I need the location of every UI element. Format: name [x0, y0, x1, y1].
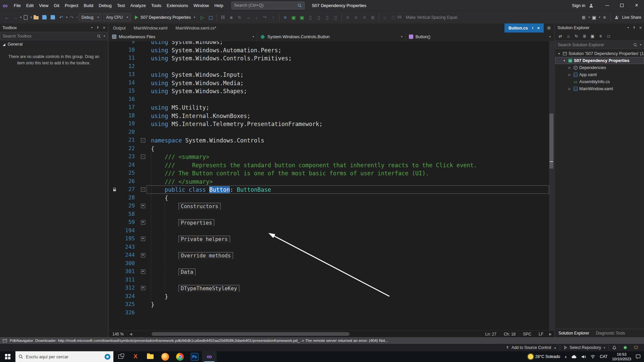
undo-icon[interactable]: ↶: [57, 13, 65, 21]
scroll-left-icon[interactable]: ◀: [127, 332, 134, 336]
new-file-icon[interactable]: [22, 13, 30, 21]
scrollbar-thumb[interactable]: [549, 114, 553, 169]
visual-studio-taskbar-icon[interactable]: ∞: [202, 351, 217, 362]
collapsed-region-private-helpers[interactable]: Private helpers: [178, 236, 230, 243]
file-explorer-icon[interactable]: [143, 351, 158, 362]
code-line-24[interactable]: 24/// Represents the standard button com…: [109, 161, 549, 169]
code-line-17[interactable]: 17using MS.Utility;: [109, 103, 549, 112]
code-editor[interactable]: 9using System.Windows;10using System.Win…: [109, 41, 554, 330]
collapsed-region-data[interactable]: Data: [178, 268, 196, 276]
tree-item-app-xaml[interactable]: ▷<>App.xaml: [555, 71, 644, 78]
code-line-12[interactable]: 12: [109, 62, 549, 71]
breakpoint-gutter[interactable]: [109, 54, 120, 62]
tab-options-gear-icon[interactable]: [544, 23, 554, 33]
tab-output[interactable]: Output: [109, 23, 130, 33]
menu-extensions[interactable]: Extensions: [164, 1, 191, 10]
menu-analyze[interactable]: Analyze: [127, 1, 148, 10]
tab-button-cs[interactable]: Button.cs ×: [504, 23, 544, 33]
maximize-button[interactable]: [614, 0, 629, 11]
task-view-icon[interactable]: [113, 351, 128, 362]
collapse-region-icon[interactable]: -: [141, 187, 145, 192]
menu-debug[interactable]: Debug: [96, 1, 114, 10]
tree-item-dependencies[interactable]: ▷Dependencies: [555, 64, 644, 71]
breakpoint-gutter[interactable]: [109, 136, 120, 144]
pin-icon[interactable]: [531, 26, 534, 30]
breakpoint-gutter[interactable]: [109, 41, 120, 46]
code-line-324[interactable]: 324}: [109, 292, 549, 301]
break-all-icon[interactable]: [219, 13, 227, 21]
editor-vertical-scrollbar[interactable]: [549, 41, 554, 330]
new-file-dropdown-icon[interactable]: ▾: [31, 16, 32, 19]
action-center-icon[interactable]: [636, 354, 641, 359]
breakpoint-gutter[interactable]: [109, 87, 120, 95]
taskbar-search-input[interactable]: [26, 354, 102, 359]
code-line-14[interactable]: 14using System.Windows.Media;: [109, 79, 549, 87]
toolbox-search-box[interactable]: ▾: [0, 32, 108, 40]
panel-close-icon[interactable]: ×: [639, 25, 642, 30]
code-line-13[interactable]: 13using System.Windows.Input;: [109, 70, 549, 79]
scrollbar-thumb[interactable]: [152, 332, 350, 336]
nest-icon[interactable]: ≣: [581, 33, 588, 40]
menu-project[interactable]: Project: [62, 1, 81, 10]
member-list-icon[interactable]: ≣: [580, 13, 588, 21]
network-icon[interactable]: [590, 355, 595, 359]
open-file-icon[interactable]: [32, 13, 40, 21]
code-line-23[interactable]: 23-/// <summary>: [109, 153, 549, 161]
weather-widget[interactable]: 28°C Soleado: [528, 354, 560, 359]
undo-dropdown-icon[interactable]: ▾: [66, 16, 67, 19]
parameter-info-icon[interactable]: ▣: [590, 13, 598, 21]
nav-dropdown-icon[interactable]: ▾: [20, 16, 21, 19]
quick-search-box[interactable]: [231, 2, 305, 9]
breakpoint-gutter[interactable]: [109, 128, 120, 136]
bookmark-list-icon[interactable]: ▯: [323, 13, 331, 21]
collapsed-region-constructors[interactable]: Constructors: [178, 203, 221, 210]
menu-git[interactable]: Git: [51, 1, 62, 10]
breakpoint-gutter[interactable]: [109, 218, 120, 227]
start-button[interactable]: [0, 351, 15, 362]
zoom-control[interactable]: 145 %: [109, 332, 127, 337]
taskbar-clock[interactable]: 16:53 10/10/2023: [612, 352, 631, 361]
code-line-300[interactable]: 300: [109, 259, 549, 268]
tree-item-s07-dependency-properties[interactable]: ▾C#S07 Dependency Properties: [555, 57, 644, 64]
breadcrumb-type-dropdown[interactable]: System.Windows.Controls.Button ▾: [257, 33, 406, 41]
volume-icon[interactable]: [581, 355, 586, 359]
sync-with-active-document-icon[interactable]: ⇄: [557, 33, 564, 40]
expand-region-icon[interactable]: +: [141, 204, 145, 208]
document-outline-icon[interactable]: ≡: [281, 13, 289, 21]
breakpoint-gutter[interactable]: [109, 284, 120, 292]
expander-open-icon[interactable]: ▾: [562, 59, 567, 62]
expand-region-icon[interactable]: +: [141, 269, 145, 274]
tree-item-assemblyinfo-cs[interactable]: C#AssemblyInfo.cs: [555, 78, 644, 85]
cortana-icon[interactable]: [105, 354, 110, 360]
expander-closed-icon[interactable]: ▷: [567, 73, 572, 76]
code-line-29[interactable]: 29+Constructors: [109, 202, 549, 210]
breakpoint-gutter[interactable]: [109, 267, 120, 276]
collapse-region-icon[interactable]: -: [141, 155, 145, 159]
language-indicator[interactable]: CAT: [600, 354, 607, 359]
expand-region-icon[interactable]: +: [141, 237, 145, 241]
expand-region-icon[interactable]: +: [141, 220, 145, 225]
step-over-icon[interactable]: ↷: [261, 13, 269, 21]
sync-status-icon[interactable]: [620, 346, 631, 350]
menu-view[interactable]: View: [36, 1, 51, 10]
collapsed-region-dtypethemestylekey[interactable]: DTypeThemeStyleKey: [178, 285, 239, 292]
align-center-icon[interactable]: ≡: [352, 13, 360, 21]
hidden-icons-chevron-icon[interactable]: ∧: [565, 355, 567, 359]
minimize-button[interactable]: [600, 0, 614, 11]
add-to-source-control-button[interactable]: Add to Source Control ▲: [502, 345, 560, 350]
breakpoint-gutter[interactable]: [109, 177, 120, 186]
code-line-20[interactable]: 20: [109, 128, 549, 136]
code-line-26[interactable]: 26/// </summary>: [109, 177, 549, 186]
code-line-301[interactable]: 301+Data: [109, 267, 549, 276]
attach-process-icon[interactable]: ▢: [207, 13, 215, 21]
bookmark-next-icon[interactable]: ▯: [315, 13, 323, 21]
feedback-icon[interactable]: [631, 346, 641, 350]
pin-icon[interactable]: [96, 26, 100, 29]
breadcrumb-project-dropdown[interactable]: Miscellaneous Files ▾: [109, 33, 257, 41]
toolbox-close-icon[interactable]: ×: [103, 25, 105, 30]
code-line-25[interactable]: 25/// The Button control is one of the m…: [109, 169, 549, 177]
code-line-21[interactable]: 21-namespace System.Windows.Controls: [109, 136, 549, 144]
expander-open-icon[interactable]: ▾: [556, 52, 561, 55]
breakpoint-gutter[interactable]: [109, 292, 120, 301]
select-repository-button[interactable]: Select Repository ▾: [560, 345, 608, 350]
